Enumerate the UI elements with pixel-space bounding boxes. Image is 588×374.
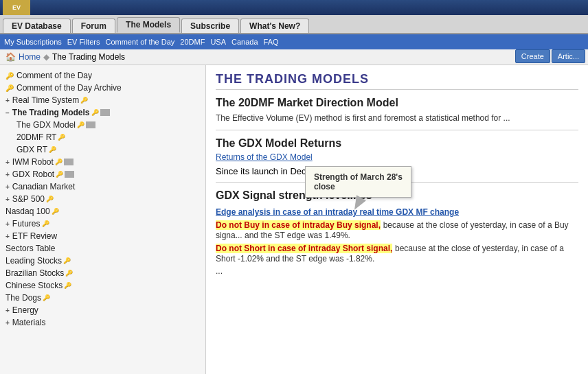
key-icon-sp500: 🔑 bbox=[46, 196, 54, 202]
tab-forum[interactable]: Forum bbox=[72, 19, 115, 33]
sidebar-item-gdx-robot[interactable]: + GDX Robot 🔑 bbox=[0, 168, 205, 180]
sidebar-item-canadian-market[interactable]: + Canadian Market bbox=[0, 180, 205, 193]
tab-subscribe[interactable]: Subscribe bbox=[181, 19, 239, 33]
edge-analysis-header: Edge analysis in case of an intraday rea… bbox=[216, 207, 578, 217]
section1-title: The 20DMF Market Direction Model bbox=[216, 97, 578, 109]
home-icon: 🏠 bbox=[5, 52, 16, 62]
content-area: THE TRADING MODELS The 20DMF Market Dire… bbox=[206, 65, 588, 374]
tab-the-models[interactable]: The Models bbox=[117, 17, 180, 33]
expand-icon-energy: + bbox=[5, 307, 10, 314]
key-icon-gdxrt: 🔑 bbox=[49, 146, 56, 153]
tab-ev-database[interactable]: EV Database bbox=[3, 19, 71, 33]
divider1 bbox=[216, 130, 578, 130]
subnav-20dmf[interactable]: 20DMF bbox=[180, 38, 205, 46]
content-ellipsis: ... bbox=[216, 266, 578, 276]
key-icon-20dmf: 🔑 bbox=[58, 134, 65, 141]
sidebar-item-futures[interactable]: + Futures 🔑 bbox=[0, 218, 205, 230]
sidebar-item-gdx-model[interactable]: The GDX Model 🔑 bbox=[0, 119, 205, 131]
sidebar-item-the-dogs[interactable]: The Dogs 🔑 bbox=[0, 292, 205, 304]
callout-box: Strength of March 28's close bbox=[305, 166, 411, 198]
main-nav: EV Database Forum The Models Subscribe W… bbox=[0, 15, 588, 34]
expand-icon-tm: − bbox=[5, 109, 10, 117]
expand-icon-gdxrobot: + bbox=[5, 171, 10, 178]
page-title: THE TRADING MODELS bbox=[216, 72, 578, 90]
expand-icon-rts: + bbox=[5, 97, 10, 104]
sub-nav: My Subscriptions EV Filters Comment of t… bbox=[0, 34, 588, 49]
expand-icon-etf: + bbox=[5, 233, 10, 240]
expand-icon-sp500: + bbox=[5, 196, 10, 203]
create-button[interactable]: Create bbox=[515, 49, 550, 63]
sidebar-item-real-time-system[interactable]: + Real Time System 🔑 bbox=[0, 94, 205, 106]
expand-icon-futures: + bbox=[5, 220, 10, 228]
line2-highlight: Do not Short in case of intraday Short s… bbox=[216, 244, 392, 253]
tab-whats-new[interactable]: What's New? bbox=[240, 19, 309, 33]
subnav-canada[interactable]: Canada bbox=[231, 38, 258, 46]
key-icon-gdx: 🔑 bbox=[77, 121, 84, 128]
breadcrumb-home-link[interactable]: Home bbox=[19, 52, 41, 62]
breadcrumb-sep: ◆ bbox=[43, 52, 49, 62]
expand-icon-iwm: + bbox=[5, 159, 10, 166]
sidebar-item-energy[interactable]: + Energy bbox=[0, 304, 205, 316]
section1-description: The Effective Volume (EV) method is firs… bbox=[216, 112, 578, 124]
key-icon-tm: 🔑 bbox=[91, 109, 99, 116]
sidebar-item-comment-of-day[interactable]: 🔑 Comment of the Day bbox=[0, 69, 205, 82]
action-area: Create Artic... bbox=[515, 49, 585, 63]
callout-line1: Strength of March 28's bbox=[314, 172, 403, 182]
sidebar-item-brazilian-stocks[interactable]: Brazilian Stocks 🔑 bbox=[0, 267, 205, 279]
img-icon-tm bbox=[100, 109, 110, 116]
key-icon-iwm: 🔑 bbox=[55, 159, 63, 165]
sidebar-item-gdx-rt[interactable]: GDX RT 🔑 bbox=[0, 143, 205, 156]
sidebar-item-etf-review[interactable]: + ETF Review bbox=[0, 230, 205, 242]
key-icon-rts: 🔑 bbox=[80, 97, 88, 104]
line1-highlight: Do not Buy in case of intraday Buy signa… bbox=[216, 220, 381, 230]
subnav-usa[interactable]: USA bbox=[210, 38, 226, 46]
main-layout: 🔑 Comment of the Day 🔑 Comment of the Da… bbox=[0, 65, 588, 374]
section2-title: The GDX Model Returns bbox=[216, 137, 578, 150]
top-bar: EV bbox=[0, 0, 588, 15]
sidebar-item-materials[interactable]: + Materials bbox=[0, 316, 205, 329]
lock-icon: 🔑 bbox=[5, 72, 14, 80]
gdx-model-link[interactable]: Returns of the GDX Model bbox=[216, 152, 578, 162]
key-icon-futures: 🔑 bbox=[42, 220, 49, 227]
sidebar-item-chinese-stocks[interactable]: Chinese Stocks 🔑 bbox=[0, 279, 205, 292]
key-icon-brazilian: 🔑 bbox=[65, 270, 73, 277]
subnav-comment-of-day[interactable]: Comment of the Day bbox=[105, 38, 174, 46]
key-icon-nasdaq: 🔑 bbox=[52, 208, 59, 215]
subnav-my-subscriptions[interactable]: My Subscriptions bbox=[4, 38, 62, 46]
lock-icon2: 🔑 bbox=[5, 84, 14, 92]
line1-container: Do not Buy in case of intraday Buy signa… bbox=[216, 220, 578, 240]
img-icon-iwm bbox=[64, 159, 74, 165]
expand-icon-canadian: + bbox=[5, 183, 10, 191]
article-button[interactable]: Artic... bbox=[552, 49, 585, 63]
breadcrumb: 🏠 Home ◆ The Trading Models Create Artic… bbox=[0, 49, 588, 65]
key-icon-gdxrobot: 🔑 bbox=[56, 171, 63, 178]
subnav-faq[interactable]: FAQ bbox=[264, 38, 279, 46]
sidebar-item-nasdaq100[interactable]: Nasdaq 100 🔑 bbox=[0, 205, 205, 218]
sidebar-item-comment-archive[interactable]: 🔑 Comment of the Day Archive bbox=[0, 82, 205, 94]
callout-line2: close bbox=[314, 182, 403, 191]
breadcrumb-current: The Trading Models bbox=[52, 52, 125, 62]
img-icon-gdxrobot bbox=[65, 171, 74, 178]
key-icon-chinese: 🔑 bbox=[64, 282, 71, 289]
sidebar: 🔑 Comment of the Day 🔑 Comment of the Da… bbox=[0, 65, 206, 374]
sidebar-item-iwm-robot[interactable]: + IWM Robot 🔑 bbox=[0, 156, 205, 168]
subnav-ev-filters[interactable]: EV Filters bbox=[67, 38, 100, 46]
line2-container: Do not Short in case of intraday Short s… bbox=[216, 243, 578, 264]
expand-icon-materials: + bbox=[5, 319, 10, 327]
sidebar-item-20dmf-rt[interactable]: 20DMF RT 🔑 bbox=[0, 131, 205, 143]
gdx-signal-row: Since its launch in December 2011, as d … bbox=[216, 166, 578, 176]
key-icon-leading: 🔑 bbox=[63, 257, 71, 264]
logo: EV bbox=[3, 0, 30, 15]
sidebar-item-trading-models[interactable]: − The Trading Models 🔑 bbox=[0, 106, 205, 119]
sidebar-item-sp500[interactable]: + S&P 500 🔑 bbox=[0, 193, 205, 205]
key-icon-dogs: 🔑 bbox=[43, 294, 50, 301]
sidebar-item-sectors-table[interactable]: Sectors Table bbox=[0, 242, 205, 255]
sidebar-item-leading-stocks[interactable]: Leading Stocks 🔑 bbox=[0, 255, 205, 267]
img-icon-gdx bbox=[86, 121, 95, 128]
